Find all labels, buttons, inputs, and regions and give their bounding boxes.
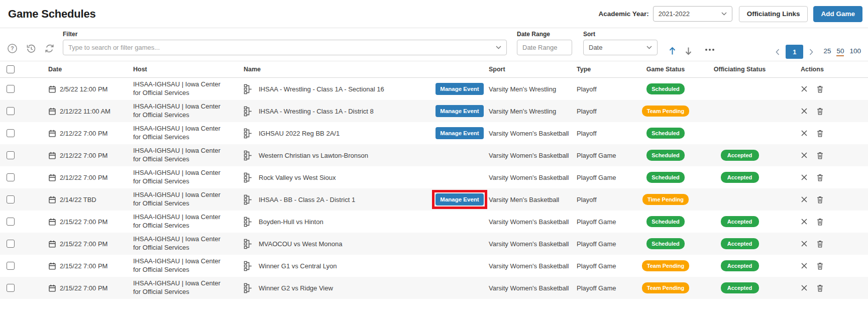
cancel-x-icon[interactable] xyxy=(801,240,808,247)
date-range-input[interactable] xyxy=(522,44,567,51)
cancel-x-icon[interactable] xyxy=(801,218,808,225)
calendar-icon xyxy=(48,195,56,204)
name-cell: Winner G2 vs Ridge View xyxy=(239,283,435,293)
sport-cell: Varsity Women's Basketball xyxy=(485,130,573,137)
help-icon[interactable]: ? xyxy=(7,43,18,54)
refresh-icon[interactable] xyxy=(44,43,55,54)
previous-page-icon[interactable] xyxy=(776,49,780,55)
cancel-x-icon[interactable] xyxy=(801,174,808,181)
select-all-checkbox[interactable] xyxy=(7,65,15,73)
manage-event-button[interactable]: Manage Event xyxy=(436,127,483,139)
trash-icon[interactable] xyxy=(816,173,824,182)
row-checkbox[interactable] xyxy=(7,262,15,270)
sort-group: Sort Date xyxy=(583,31,658,55)
name-cell: IGHSAU 2022 Reg BB 2A/1 xyxy=(239,128,435,139)
host-cell: IHSAA-IGHSAU | Iowa Center for Official … xyxy=(133,235,239,252)
cancel-x-icon[interactable] xyxy=(801,85,808,92)
cancel-x-icon[interactable] xyxy=(801,284,808,291)
date-text: 2/12/22 11:00 AM xyxy=(60,108,111,115)
column-header-sport: Sport xyxy=(485,66,573,73)
date-cell: 2/12/22 7:00 PM xyxy=(40,129,133,138)
filter-search-input[interactable] xyxy=(68,44,496,51)
cancel-x-icon[interactable] xyxy=(801,152,808,159)
sort-descending-icon[interactable] xyxy=(685,47,692,55)
page-size-option[interactable]: 25 xyxy=(823,47,831,56)
add-game-button[interactable]: Add Game xyxy=(813,6,862,22)
cancel-x-icon[interactable] xyxy=(801,262,808,269)
trash-icon[interactable] xyxy=(816,284,824,292)
actions-cell xyxy=(784,129,868,138)
bracket-icon xyxy=(244,239,254,249)
filter-combobox xyxy=(63,40,507,55)
date-cell: 2/5/22 12:00 PM xyxy=(40,85,133,93)
table-row: 2/15/22 7:00 PM IHSAA-IGHSAU | Iowa Cent… xyxy=(0,277,868,299)
sport-cell: Varsity Women's Basketball xyxy=(485,284,573,292)
row-checkbox[interactable] xyxy=(7,284,15,292)
host-cell: IHSAA-IGHSAU | Iowa Center for Official … xyxy=(133,191,239,208)
host-cell: IHSAA-IGHSAU | Iowa Center for Official … xyxy=(133,279,239,296)
sport-cell: Varsity Women's Basketball xyxy=(485,218,573,226)
row-checkbox[interactable] xyxy=(7,107,15,115)
column-header-officiating-status: Officiating Status xyxy=(696,66,784,73)
manage-event-cell: Manage Event xyxy=(435,124,485,143)
trash-icon[interactable] xyxy=(816,240,824,248)
academic-year-label: Academic Year: xyxy=(598,10,648,18)
calendar-icon xyxy=(48,218,56,226)
manage-event-button[interactable]: Manage Event xyxy=(436,105,483,117)
trash-icon[interactable] xyxy=(816,151,824,160)
row-checkbox[interactable] xyxy=(7,151,15,159)
cancel-x-icon[interactable] xyxy=(801,196,808,203)
trash-icon[interactable] xyxy=(816,107,824,116)
name-cell: Boyden-Hull vs Hinton xyxy=(239,217,435,227)
table-row: 2/15/22 7:00 PM IHSAA-IGHSAU | Iowa Cent… xyxy=(0,211,868,233)
sort-ascending-icon[interactable] xyxy=(669,47,676,55)
manage-event-button[interactable]: Manage Event xyxy=(436,83,483,95)
column-header-actions: Actions xyxy=(784,66,868,73)
page-size-option[interactable]: 100 xyxy=(849,47,861,56)
page-size-option[interactable]: 50 xyxy=(836,47,844,56)
cancel-x-icon[interactable] xyxy=(801,130,808,137)
trash-icon[interactable] xyxy=(816,85,824,93)
next-page-icon[interactable] xyxy=(809,49,813,55)
game-status-badge: Scheduled xyxy=(646,238,685,249)
manage-event-cell: Manage Event xyxy=(435,101,485,121)
calendar-icon xyxy=(48,151,56,160)
history-icon[interactable] xyxy=(26,43,36,54)
game-status-badge: Scheduled xyxy=(646,83,685,94)
manage-event-button[interactable]: Manage Event xyxy=(436,193,483,205)
row-checkbox[interactable] xyxy=(7,129,15,137)
sort-select[interactable]: Date xyxy=(583,40,658,55)
chevron-down-icon[interactable] xyxy=(496,46,501,49)
current-page-button[interactable]: 1 xyxy=(786,45,803,59)
type-cell: Playoff Game xyxy=(573,284,635,292)
bracket-icon xyxy=(244,84,254,94)
officiating-links-button[interactable]: Officiating Links xyxy=(739,6,808,22)
calendar-icon xyxy=(48,240,56,248)
date-cell: 2/15/22 7:00 PM xyxy=(40,218,133,226)
sort-value: Date xyxy=(589,44,602,51)
row-checkbox[interactable] xyxy=(7,240,15,248)
date-range-label: Date Range xyxy=(517,31,572,38)
trash-icon[interactable] xyxy=(816,129,824,138)
actions-cell xyxy=(784,151,868,160)
game-name-text: Rock Valley vs West Sioux xyxy=(259,174,336,181)
trash-icon[interactable] xyxy=(816,262,824,270)
row-checkbox[interactable] xyxy=(7,173,15,181)
trash-icon[interactable] xyxy=(816,195,824,204)
highlight-box: Manage Event xyxy=(432,124,487,143)
table-header: Date Host Name Sport Type Game Status Of… xyxy=(0,61,868,78)
row-checkbox[interactable] xyxy=(7,85,15,93)
row-checkbox[interactable] xyxy=(7,195,15,203)
academic-year-select[interactable]: 2021-2022 xyxy=(653,6,732,22)
row-checkbox[interactable] xyxy=(7,218,15,226)
game-status-badge: Team Pending xyxy=(642,282,689,293)
cancel-x-icon[interactable] xyxy=(801,108,808,115)
calendar-icon xyxy=(48,107,56,116)
calendar-icon xyxy=(48,284,56,292)
more-options-icon[interactable] xyxy=(705,49,714,51)
game-name-text: IGHSAU 2022 Reg BB 2A/1 xyxy=(259,130,340,137)
sport-cell: Varsity Men's Basketball xyxy=(485,196,573,203)
trash-icon[interactable] xyxy=(816,218,824,226)
name-cell: Winner G1 vs Central Lyon xyxy=(239,261,435,271)
game-status-badge: Team Pending xyxy=(642,260,689,271)
